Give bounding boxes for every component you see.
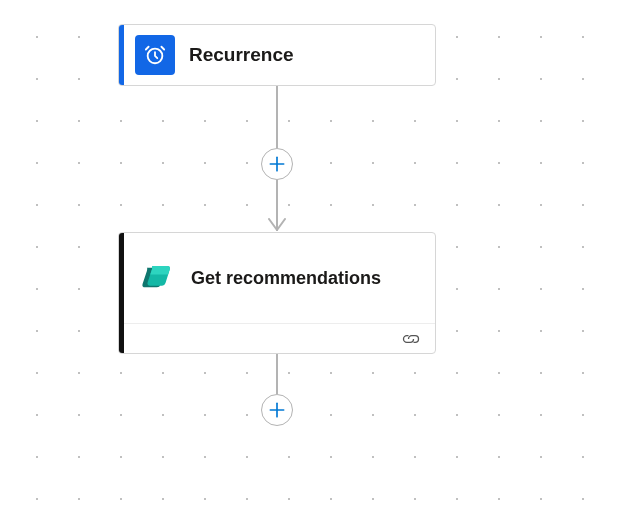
- add-step-button[interactable]: [261, 148, 293, 180]
- link-icon[interactable]: [401, 332, 421, 346]
- node-accent-bar: [119, 233, 124, 353]
- alarm-clock-icon: [135, 35, 175, 75]
- node-label: Get recommendations: [191, 266, 381, 290]
- node-label: Recurrence: [189, 42, 294, 68]
- flow-designer-canvas[interactable]: Recurrence Get recommendations: [0, 0, 624, 513]
- power-platform-icon: [137, 258, 177, 298]
- node-footer: [119, 323, 435, 353]
- add-step-button[interactable]: [261, 394, 293, 426]
- connector-line: [276, 354, 278, 394]
- node-accent-bar: [119, 25, 124, 85]
- connector-line: [276, 86, 278, 148]
- trigger-node-recurrence[interactable]: Recurrence: [118, 24, 436, 86]
- action-node-get-recommendations[interactable]: Get recommendations: [118, 232, 436, 354]
